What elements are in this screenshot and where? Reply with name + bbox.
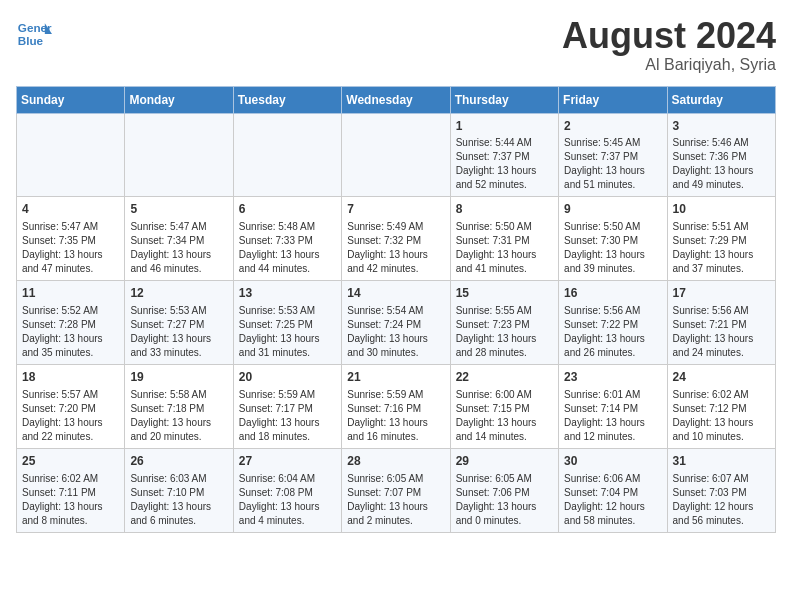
weekday-header-thursday: Thursday	[450, 86, 558, 113]
day-number: 26	[130, 453, 227, 470]
day-number: 21	[347, 369, 444, 386]
day-number: 27	[239, 453, 336, 470]
day-info: Sunrise: 5:52 AM Sunset: 7:28 PM Dayligh…	[22, 304, 119, 360]
logo: General Blue	[16, 16, 52, 52]
day-number: 8	[456, 201, 553, 218]
day-number: 16	[564, 285, 661, 302]
day-info: Sunrise: 5:54 AM Sunset: 7:24 PM Dayligh…	[347, 304, 444, 360]
sub-title: Al Bariqiyah, Syria	[562, 56, 776, 74]
calendar-body: 1Sunrise: 5:44 AM Sunset: 7:37 PM Daylig…	[17, 113, 776, 532]
day-number: 5	[130, 201, 227, 218]
day-number: 3	[673, 118, 770, 135]
calendar-cell	[17, 113, 125, 197]
day-number: 18	[22, 369, 119, 386]
day-number: 15	[456, 285, 553, 302]
day-info: Sunrise: 5:53 AM Sunset: 7:25 PM Dayligh…	[239, 304, 336, 360]
day-number: 10	[673, 201, 770, 218]
day-info: Sunrise: 5:47 AM Sunset: 7:34 PM Dayligh…	[130, 220, 227, 276]
calendar-cell: 6Sunrise: 5:48 AM Sunset: 7:33 PM Daylig…	[233, 197, 341, 281]
day-number: 22	[456, 369, 553, 386]
weekday-header-row: SundayMondayTuesdayWednesdayThursdayFrid…	[17, 86, 776, 113]
calendar-cell: 12Sunrise: 5:53 AM Sunset: 7:27 PM Dayli…	[125, 281, 233, 365]
calendar-week-3: 11Sunrise: 5:52 AM Sunset: 7:28 PM Dayli…	[17, 281, 776, 365]
day-number: 28	[347, 453, 444, 470]
calendar-cell: 2Sunrise: 5:45 AM Sunset: 7:37 PM Daylig…	[559, 113, 667, 197]
calendar-cell: 14Sunrise: 5:54 AM Sunset: 7:24 PM Dayli…	[342, 281, 450, 365]
calendar-week-4: 18Sunrise: 5:57 AM Sunset: 7:20 PM Dayli…	[17, 364, 776, 448]
calendar-cell: 24Sunrise: 6:02 AM Sunset: 7:12 PM Dayli…	[667, 364, 775, 448]
calendar-cell: 7Sunrise: 5:49 AM Sunset: 7:32 PM Daylig…	[342, 197, 450, 281]
day-info: Sunrise: 6:00 AM Sunset: 7:15 PM Dayligh…	[456, 388, 553, 444]
day-number: 2	[564, 118, 661, 135]
calendar-cell: 11Sunrise: 5:52 AM Sunset: 7:28 PM Dayli…	[17, 281, 125, 365]
day-info: Sunrise: 6:02 AM Sunset: 7:11 PM Dayligh…	[22, 472, 119, 528]
calendar-cell: 16Sunrise: 5:56 AM Sunset: 7:22 PM Dayli…	[559, 281, 667, 365]
calendar-cell: 5Sunrise: 5:47 AM Sunset: 7:34 PM Daylig…	[125, 197, 233, 281]
day-number: 12	[130, 285, 227, 302]
day-info: Sunrise: 5:55 AM Sunset: 7:23 PM Dayligh…	[456, 304, 553, 360]
weekday-header-friday: Friday	[559, 86, 667, 113]
svg-text:Blue: Blue	[18, 34, 44, 47]
day-number: 11	[22, 285, 119, 302]
day-info: Sunrise: 5:46 AM Sunset: 7:36 PM Dayligh…	[673, 136, 770, 192]
calendar-cell: 8Sunrise: 5:50 AM Sunset: 7:31 PM Daylig…	[450, 197, 558, 281]
day-number: 23	[564, 369, 661, 386]
calendar-cell: 31Sunrise: 6:07 AM Sunset: 7:03 PM Dayli…	[667, 448, 775, 532]
calendar-cell: 17Sunrise: 5:56 AM Sunset: 7:21 PM Dayli…	[667, 281, 775, 365]
day-info: Sunrise: 5:59 AM Sunset: 7:17 PM Dayligh…	[239, 388, 336, 444]
calendar-cell: 18Sunrise: 5:57 AM Sunset: 7:20 PM Dayli…	[17, 364, 125, 448]
calendar-cell: 20Sunrise: 5:59 AM Sunset: 7:17 PM Dayli…	[233, 364, 341, 448]
calendar-cell: 23Sunrise: 6:01 AM Sunset: 7:14 PM Dayli…	[559, 364, 667, 448]
calendar-cell	[233, 113, 341, 197]
calendar-week-5: 25Sunrise: 6:02 AM Sunset: 7:11 PM Dayli…	[17, 448, 776, 532]
day-info: Sunrise: 5:56 AM Sunset: 7:21 PM Dayligh…	[673, 304, 770, 360]
day-info: Sunrise: 5:58 AM Sunset: 7:18 PM Dayligh…	[130, 388, 227, 444]
day-info: Sunrise: 5:53 AM Sunset: 7:27 PM Dayligh…	[130, 304, 227, 360]
day-info: Sunrise: 6:01 AM Sunset: 7:14 PM Dayligh…	[564, 388, 661, 444]
calendar-week-2: 4Sunrise: 5:47 AM Sunset: 7:35 PM Daylig…	[17, 197, 776, 281]
calendar-cell: 4Sunrise: 5:47 AM Sunset: 7:35 PM Daylig…	[17, 197, 125, 281]
day-info: Sunrise: 6:06 AM Sunset: 7:04 PM Dayligh…	[564, 472, 661, 528]
calendar-cell	[125, 113, 233, 197]
calendar-cell: 3Sunrise: 5:46 AM Sunset: 7:36 PM Daylig…	[667, 113, 775, 197]
title-block: August 2024 Al Bariqiyah, Syria	[562, 16, 776, 74]
day-info: Sunrise: 5:57 AM Sunset: 7:20 PM Dayligh…	[22, 388, 119, 444]
calendar-week-1: 1Sunrise: 5:44 AM Sunset: 7:37 PM Daylig…	[17, 113, 776, 197]
calendar-cell: 27Sunrise: 6:04 AM Sunset: 7:08 PM Dayli…	[233, 448, 341, 532]
day-number: 4	[22, 201, 119, 218]
calendar-cell: 28Sunrise: 6:05 AM Sunset: 7:07 PM Dayli…	[342, 448, 450, 532]
day-info: Sunrise: 6:07 AM Sunset: 7:03 PM Dayligh…	[673, 472, 770, 528]
page-header: General Blue August 2024 Al Bariqiyah, S…	[16, 16, 776, 74]
day-number: 31	[673, 453, 770, 470]
weekday-header-saturday: Saturday	[667, 86, 775, 113]
day-info: Sunrise: 6:02 AM Sunset: 7:12 PM Dayligh…	[673, 388, 770, 444]
logo-icon: General Blue	[16, 16, 52, 52]
weekday-header-wednesday: Wednesday	[342, 86, 450, 113]
calendar-cell: 22Sunrise: 6:00 AM Sunset: 7:15 PM Dayli…	[450, 364, 558, 448]
day-number: 9	[564, 201, 661, 218]
day-number: 25	[22, 453, 119, 470]
day-info: Sunrise: 5:45 AM Sunset: 7:37 PM Dayligh…	[564, 136, 661, 192]
calendar-cell: 26Sunrise: 6:03 AM Sunset: 7:10 PM Dayli…	[125, 448, 233, 532]
calendar-cell: 15Sunrise: 5:55 AM Sunset: 7:23 PM Dayli…	[450, 281, 558, 365]
day-info: Sunrise: 6:05 AM Sunset: 7:07 PM Dayligh…	[347, 472, 444, 528]
calendar-cell: 29Sunrise: 6:05 AM Sunset: 7:06 PM Dayli…	[450, 448, 558, 532]
day-number: 30	[564, 453, 661, 470]
calendar-table: SundayMondayTuesdayWednesdayThursdayFrid…	[16, 86, 776, 533]
day-info: Sunrise: 5:48 AM Sunset: 7:33 PM Dayligh…	[239, 220, 336, 276]
day-info: Sunrise: 5:47 AM Sunset: 7:35 PM Dayligh…	[22, 220, 119, 276]
calendar-cell	[342, 113, 450, 197]
day-info: Sunrise: 6:05 AM Sunset: 7:06 PM Dayligh…	[456, 472, 553, 528]
day-number: 13	[239, 285, 336, 302]
day-number: 6	[239, 201, 336, 218]
day-info: Sunrise: 5:49 AM Sunset: 7:32 PM Dayligh…	[347, 220, 444, 276]
weekday-header-sunday: Sunday	[17, 86, 125, 113]
day-info: Sunrise: 6:04 AM Sunset: 7:08 PM Dayligh…	[239, 472, 336, 528]
day-info: Sunrise: 5:44 AM Sunset: 7:37 PM Dayligh…	[456, 136, 553, 192]
day-info: Sunrise: 5:59 AM Sunset: 7:16 PM Dayligh…	[347, 388, 444, 444]
calendar-cell: 10Sunrise: 5:51 AM Sunset: 7:29 PM Dayli…	[667, 197, 775, 281]
day-number: 14	[347, 285, 444, 302]
day-info: Sunrise: 5:50 AM Sunset: 7:31 PM Dayligh…	[456, 220, 553, 276]
calendar-cell: 19Sunrise: 5:58 AM Sunset: 7:18 PM Dayli…	[125, 364, 233, 448]
day-number: 17	[673, 285, 770, 302]
